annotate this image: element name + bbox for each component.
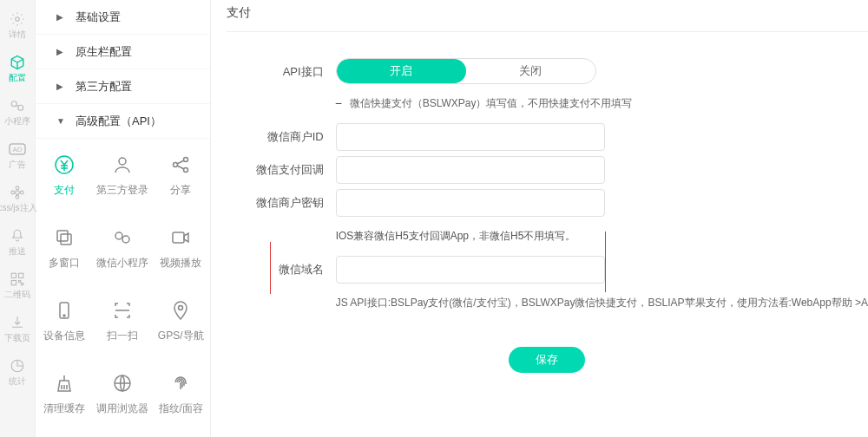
- grid-item-device[interactable]: 设备信息: [36, 284, 94, 357]
- user-icon: [111, 153, 134, 176]
- fingerprint-icon: [169, 372, 192, 395]
- grid-item-video[interactable]: 视频播放: [152, 212, 210, 284]
- svg-point-7: [16, 195, 19, 199]
- svg-point-22: [122, 236, 129, 243]
- broom-icon: [53, 372, 76, 395]
- grid-item-browser[interactable]: 调用浏览器: [94, 357, 152, 430]
- rail-item-cssjs[interactable]: css/js注入: [0, 177, 35, 220]
- svg-point-5: [16, 191, 20, 195]
- grid-item-cache[interactable]: 清理缓存: [36, 357, 94, 430]
- rail-item-detail[interactable]: 详情: [0, 3, 35, 47]
- grid-item-scan[interactable]: 扫一扫: [94, 284, 152, 357]
- rail-item-miniapp[interactable]: 小程序: [0, 90, 35, 134]
- svg-rect-19: [57, 231, 68, 241]
- svg-point-2: [18, 105, 23, 110]
- svg-point-18: [184, 167, 188, 172]
- grid-label: 微信小程序: [96, 256, 148, 271]
- rail-item-stats[interactable]: 统计: [0, 350, 35, 394]
- svg-point-26: [179, 305, 183, 310]
- sidebar: ▶ 基础设置 ▶ 原生栏配置 ▶ 第三方配置 ▼ 高级配置（API） 支付 第三…: [36, 0, 211, 437]
- grid-label: 第三方登录: [96, 183, 148, 198]
- grid-item-wxmini[interactable]: 微信小程序: [94, 212, 152, 284]
- grid-item-gps[interactable]: GPS/导航: [152, 284, 210, 357]
- tree-label: 原生栏配置: [76, 44, 132, 60]
- yen-icon: [53, 153, 76, 176]
- tree-label: 第三方配置: [76, 79, 132, 95]
- rail-item-ad[interactable]: AD 广告: [0, 134, 35, 177]
- svg-rect-23: [173, 232, 184, 243]
- grid-item-fingerprint[interactable]: 指纹/面容: [152, 357, 210, 430]
- input-callback[interactable]: [336, 156, 605, 184]
- svg-text:AD: AD: [12, 146, 22, 153]
- input-secret[interactable]: [336, 189, 605, 217]
- svg-point-21: [115, 232, 122, 239]
- label-secret: 微信商户密钥: [227, 189, 336, 211]
- gear-icon: [9, 10, 26, 28]
- rail-label: 统计: [9, 376, 26, 387]
- svg-point-6: [16, 186, 19, 190]
- rail-item-push[interactable]: 推送: [0, 220, 35, 264]
- grid-item-pay[interactable]: 支付: [36, 139, 94, 212]
- rail-label: 下载页: [4, 333, 30, 343]
- qrcode-icon: [9, 271, 26, 288]
- svg-point-1: [11, 101, 16, 107]
- rail-item-download[interactable]: 下载页: [0, 307, 35, 350]
- rail-label: 小程序: [4, 116, 30, 127]
- globe-icon: [111, 372, 134, 395]
- flower-icon: [9, 184, 26, 201]
- chart-icon: [9, 357, 26, 375]
- icon-rail: 详情 配置 小程序 AD 广告 css/js注入 推送 二维码 下载页: [0, 0, 36, 437]
- video-icon: [169, 226, 192, 249]
- grid-label: 调用浏览器: [96, 401, 148, 416]
- tree-item-native[interactable]: ▶ 原生栏配置: [36, 35, 210, 69]
- tree-label: 基础设置: [76, 10, 121, 25]
- grid-label: 支付: [54, 183, 75, 198]
- save-button[interactable]: 保存: [509, 347, 585, 373]
- download-icon: [9, 314, 26, 331]
- grid-item-login[interactable]: 第三方登录: [94, 139, 152, 212]
- grid-label: 清理缓存: [43, 401, 85, 416]
- input-mchid[interactable]: [336, 123, 605, 151]
- tree-item-basic[interactable]: ▶ 基础设置: [36, 0, 210, 35]
- label-domain: 微信域名: [227, 256, 336, 277]
- grid-item-share[interactable]: 分享: [152, 139, 210, 212]
- grid-label: 多窗口: [49, 256, 80, 271]
- input-domain[interactable]: [336, 256, 605, 284]
- hint-jsapi: JS API接口:BSLPay支付(微信/支付宝)，BSLWXPay微信快捷支付…: [336, 289, 868, 323]
- grid-label: GPS/导航: [158, 329, 204, 343]
- svg-rect-11: [19, 273, 23, 277]
- rail-label: 配置: [9, 73, 26, 83]
- grid-label: 指纹/面容: [159, 401, 203, 416]
- scan-icon: [111, 299, 134, 322]
- bell-icon: [9, 227, 26, 245]
- tree-item-thirdparty[interactable]: ▶ 第三方配置: [36, 69, 210, 104]
- rail-item-config[interactable]: 配置: [0, 47, 35, 90]
- device-icon: [53, 299, 76, 322]
- tree-item-advanced[interactable]: ▼ 高级配置（API）: [36, 104, 210, 139]
- rail-label: 广告: [9, 160, 26, 170]
- tree-label: 高级配置（API）: [76, 114, 161, 129]
- rail-item-qrcode[interactable]: 二维码: [0, 264, 35, 307]
- pin-icon: [169, 299, 192, 322]
- ad-icon: AD: [9, 140, 26, 158]
- share-icon: [169, 153, 192, 176]
- svg-rect-10: [11, 273, 16, 277]
- rail-label: 推送: [9, 246, 26, 257]
- grid-label: 视频播放: [160, 256, 201, 271]
- cube-icon: [9, 54, 26, 71]
- api-toggle[interactable]: 开启 关闭: [336, 58, 596, 84]
- svg-point-16: [174, 162, 178, 166]
- toggle-off[interactable]: 关闭: [466, 59, 595, 83]
- svg-rect-20: [61, 234, 71, 245]
- rail-label: 详情: [9, 29, 26, 40]
- label-api: API接口: [227, 58, 336, 80]
- svg-point-15: [119, 158, 126, 165]
- svg-point-25: [63, 315, 65, 316]
- caret-right-icon: ▶: [56, 47, 65, 56]
- toggle-on[interactable]: 开启: [337, 59, 466, 83]
- main-content: 支付 API接口 开启 关闭 – 微信快捷支付（BSLWXPay）填写值，不用快…: [211, 0, 868, 437]
- caret-right-icon: ▶: [56, 12, 65, 22]
- grid-item-windows[interactable]: 多窗口: [36, 212, 94, 284]
- grid-label: 设备信息: [43, 329, 85, 343]
- caret-down-icon: ▼: [56, 116, 65, 126]
